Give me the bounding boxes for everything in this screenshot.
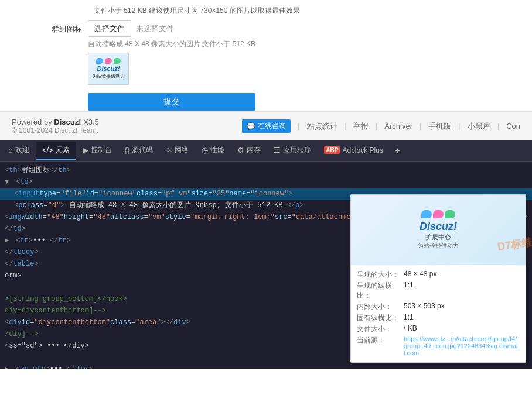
add-tab-button[interactable]: + bbox=[390, 143, 405, 159]
adblock-icon: ABP bbox=[324, 146, 340, 154]
render-ratio-label: 呈现的纵横比： bbox=[357, 281, 404, 301]
tooltip-rendered-size: 呈现的大小： 48 × 48 px bbox=[357, 270, 520, 280]
application-icon: ☰ bbox=[274, 146, 281, 154]
tab-performance-label: 性能 bbox=[210, 145, 224, 155]
tab-console-label: 控制台 bbox=[91, 145, 112, 155]
tab-network[interactable]: ≋ 网络 bbox=[160, 142, 195, 160]
footer-left: Powered by Discuz! X3.5 © 2001-2024 Disc… bbox=[12, 118, 99, 135]
discuz-logo-text: Discuz! bbox=[92, 65, 125, 72]
tab-console[interactable]: ▶ 控制台 bbox=[77, 142, 118, 160]
current-src-url: https://www.dz.../a/attachment/group/f4/… bbox=[404, 335, 520, 356]
rendered-size-value: 48 × 48 px bbox=[404, 270, 436, 280]
devtools-tabs: ⌂ 欢迎 </> 元素 ▶ 控制台 {} 源代码 ≋ 网络 ◷ 性能 ⚙ 内存 … bbox=[0, 140, 532, 162]
footer-powered-by: Powered by Discuz! X3.5 bbox=[12, 118, 99, 126]
tooltip-info: 呈现的大小： 48 × 48 px 呈现的纵横比： 1:1 内部大小： 503 … bbox=[351, 265, 526, 362]
rendered-size-label: 呈现的大小： bbox=[357, 270, 404, 280]
page-area: 文件小于 512 KB 建议使用尺寸为 730×150 的图片以取得最佳效果 群… bbox=[0, 0, 532, 111]
tab-memory[interactable]: ⚙ 内存 bbox=[231, 142, 267, 160]
tab-application[interactable]: ☰ 应用程序 bbox=[268, 142, 317, 160]
footer-link-stat[interactable]: 站点统计 bbox=[307, 121, 337, 132]
online-consult-btn[interactable]: 💬 在线咨询 bbox=[242, 119, 291, 133]
sources-icon: {} bbox=[125, 146, 130, 154]
file-hint: 文件小于 512 KB 建议使用尺寸为 730×150 的图片以取得最佳效果 bbox=[12, 6, 520, 16]
intrinsic-size-label: 内部大小： bbox=[357, 302, 404, 312]
intrinsic-size-value: 503 × 503 px bbox=[404, 302, 445, 312]
devtools-content-wrapper: <th>群组图标</th> ▼ <td> <input type="file" … bbox=[0, 162, 532, 369]
tab-memory-label: 内存 bbox=[247, 145, 261, 155]
elements-icon: </> bbox=[42, 146, 53, 154]
footer-link-con[interactable]: Con bbox=[506, 122, 520, 130]
tooltip-fixed-ratio: 固有纵横比： 1:1 bbox=[357, 313, 520, 323]
tab-welcome-label: 欢迎 bbox=[15, 145, 29, 155]
bubble-green bbox=[445, 210, 455, 218]
tooltip-expand-text: 扩展中心 bbox=[418, 233, 459, 242]
tab-adblock-label: Adblock Plus bbox=[342, 146, 383, 154]
chat-icon: 💬 bbox=[247, 122, 255, 130]
sep3: | bbox=[376, 122, 377, 130]
tab-sources[interactable]: {} 源代码 bbox=[119, 142, 159, 160]
render-ratio-value: 1:1 bbox=[404, 281, 414, 301]
footer-link-mobile[interactable]: 手机版 bbox=[428, 121, 451, 132]
footer-link-archiver[interactable]: Archiver bbox=[384, 122, 412, 130]
console-icon: ▶ bbox=[83, 146, 88, 154]
sep1: | bbox=[298, 122, 299, 130]
powered-by-text: Powered by bbox=[12, 118, 54, 126]
bubble-pink bbox=[433, 210, 444, 218]
icon-preview: Discuz! 为站长提供动力 bbox=[88, 53, 129, 85]
auto-shrink-text: 自动缩略成 48 X 48 像素大小的图片 文件小于 512 KB bbox=[88, 39, 255, 49]
code-line: ▶ <wp_mtn>••• </div> bbox=[0, 364, 532, 369]
tab-elements[interactable]: </> 元素 bbox=[36, 142, 76, 160]
footer-right: 💬 在线咨询 | 站点统计 | 举报 | Archiver | 手机版 | 小黑… bbox=[242, 119, 520, 133]
code-line: <th>群组图标</th> bbox=[0, 165, 532, 177]
footer-link-blackhouse[interactable]: 小黑屋 bbox=[468, 121, 490, 132]
file-size-value: \ KB bbox=[404, 324, 417, 334]
tooltip-intrinsic-size: 内部大小： 503 × 503 px bbox=[357, 302, 520, 312]
online-consult-label: 在线咨询 bbox=[258, 121, 286, 131]
sep6: | bbox=[497, 122, 499, 130]
tooltip-tagline: 为站长提供动力 bbox=[418, 242, 459, 250]
performance-icon: ◷ bbox=[202, 146, 208, 154]
footer-link-report[interactable]: 举报 bbox=[353, 121, 369, 132]
image-tooltip: Discuz! 扩展中心 为站长提供动力 呈现的大小： 48 × 48 px 呈… bbox=[350, 194, 526, 363]
sep4: | bbox=[420, 122, 421, 130]
tooltip-preview-content: Discuz! 扩展中心 为站长提供动力 bbox=[418, 210, 459, 250]
current-src-label: 当前源： bbox=[357, 335, 404, 356]
footer-copyright: © 2001-2024 Discuz! Team. bbox=[12, 126, 99, 135]
footer-bar: Powered by Discuz! X3.5 © 2001-2024 Disc… bbox=[0, 111, 532, 140]
sep2: | bbox=[345, 122, 346, 130]
tab-sources-label: 源代码 bbox=[132, 145, 153, 155]
file-size-label: 文件大小： bbox=[357, 324, 404, 334]
tab-elements-label: 元素 bbox=[56, 145, 70, 155]
version-text: X3.5 bbox=[81, 118, 99, 126]
tooltip-file-size: 文件大小： \ KB bbox=[357, 324, 520, 334]
tooltip-render-ratio: 呈现的纵横比： 1:1 bbox=[357, 281, 520, 301]
tooltip-preview: Discuz! 扩展中心 为站长提供动力 bbox=[351, 195, 526, 265]
fixed-ratio-label: 固有纵横比： bbox=[357, 313, 404, 323]
submit-button[interactable]: 提交 bbox=[88, 93, 255, 111]
tagline-text: 为站长提供动力 bbox=[92, 73, 125, 80]
icon-preview-inner: Discuz! 为站长提供动力 bbox=[92, 58, 125, 80]
devtools-panel: ⌂ 欢迎 </> 元素 ▶ 控制台 {} 源代码 ≋ 网络 ◷ 性能 ⚙ 内存 … bbox=[0, 140, 532, 369]
group-icon-controls: 选择文件 未选择文件 自动缩略成 48 X 48 像素大小的图片 文件小于 51… bbox=[88, 20, 255, 111]
code-line: ▼ <td> bbox=[0, 177, 532, 188]
sep5: | bbox=[458, 122, 460, 130]
discuz-name: Discuz! bbox=[54, 118, 81, 126]
tab-adblock[interactable]: ABP Adblock Plus bbox=[318, 143, 389, 159]
memory-icon: ⚙ bbox=[237, 146, 244, 154]
no-file-text: 未选择文件 bbox=[136, 23, 174, 34]
welcome-icon: ⌂ bbox=[8, 146, 13, 154]
chat-bubble-icons bbox=[418, 210, 459, 218]
group-icon-row: 群组图标 选择文件 未选择文件 自动缩略成 48 X 48 像素大小的图片 文件… bbox=[12, 20, 520, 111]
network-icon: ≋ bbox=[166, 146, 172, 154]
select-file-button[interactable]: 选择文件 bbox=[88, 20, 131, 37]
group-icon-label: 群组图标 bbox=[12, 20, 88, 35]
file-input-row: 选择文件 未选择文件 bbox=[88, 20, 255, 37]
tooltip-current-src: 当前源： https://www.dz.../a/attachment/grou… bbox=[357, 335, 520, 356]
page-content: 文件小于 512 KB 建议使用尺寸为 730×150 的图片以取得最佳效果 群… bbox=[0, 6, 532, 111]
tab-welcome[interactable]: ⌂ 欢迎 bbox=[2, 142, 35, 160]
fixed-ratio-value: 1:1 bbox=[404, 313, 414, 323]
tooltip-discuz-brand: Discuz! bbox=[418, 221, 459, 233]
bubble-blue bbox=[421, 210, 432, 218]
tab-network-label: 网络 bbox=[175, 145, 189, 155]
tab-performance[interactable]: ◷ 性能 bbox=[196, 142, 230, 160]
